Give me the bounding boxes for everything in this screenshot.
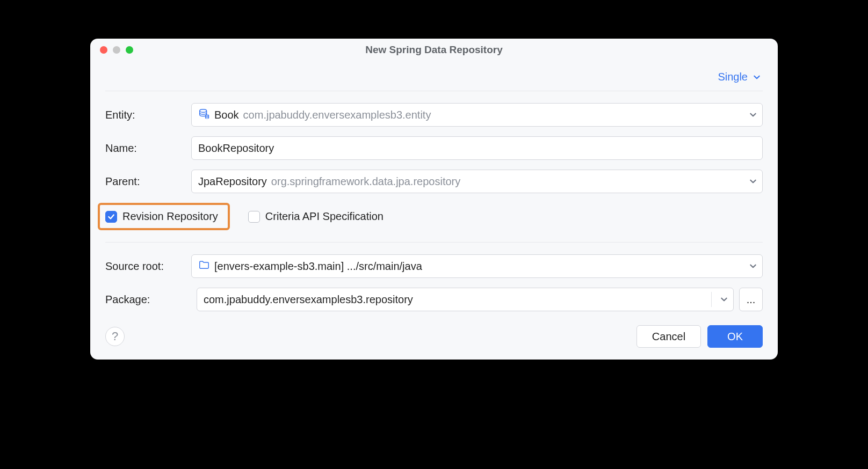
- parent-row: Parent: JpaRepository org.springframewor…: [105, 170, 763, 193]
- ok-label: OK: [727, 331, 743, 343]
- entity-name-text: Book: [214, 109, 239, 121]
- checkbox-row: Revision Repository Criteria API Specifi…: [105, 203, 763, 243]
- name-row: Name:: [105, 136, 763, 160]
- svg-rect-4: [206, 118, 208, 118]
- revision-repository-label: Revision Repository: [122, 210, 218, 223]
- source-root-field[interactable]: [envers-example-sb3.main] .../src/main/j…: [191, 254, 763, 278]
- folder-icon: [198, 259, 210, 274]
- name-field[interactable]: [191, 136, 763, 160]
- entity-field[interactable]: Book com.jpabuddy.enversexamplesb3.entit…: [191, 103, 763, 127]
- entity-package-text: com.jpabuddy.enversexamplesb3.entity: [243, 109, 431, 121]
- chevron-down-icon: [751, 71, 763, 83]
- separator: [711, 292, 712, 307]
- minimize-window-icon[interactable]: [113, 46, 120, 54]
- entity-label: Entity:: [105, 109, 191, 121]
- chevron-down-icon: [747, 260, 759, 272]
- entity-icon: [198, 108, 210, 122]
- ok-button[interactable]: OK: [707, 325, 763, 348]
- svg-rect-2: [206, 115, 208, 116]
- package-field[interactable]: [197, 288, 734, 311]
- titlebar: New Spring Data Repository: [90, 39, 778, 59]
- checkbox-checked-icon: [105, 211, 117, 223]
- dialog-footer: ? Cancel OK: [105, 325, 763, 348]
- chevron-down-icon: [747, 175, 759, 187]
- cancel-label: Cancel: [652, 331, 685, 343]
- dialog-title: New Spring Data Repository: [90, 44, 778, 56]
- source-root-row: Source root: [envers-example-sb3.main] .…: [105, 254, 763, 278]
- package-row: Package: ...: [105, 288, 763, 311]
- mode-row: Single: [105, 59, 763, 91]
- parent-package-text: org.springframework.data.jpa.repository: [271, 175, 460, 188]
- cancel-button[interactable]: Cancel: [636, 325, 701, 348]
- name-label: Name:: [105, 142, 191, 155]
- checkbox-unchecked-icon: [248, 211, 260, 223]
- package-input[interactable]: [204, 294, 703, 306]
- window-controls: [100, 46, 133, 54]
- help-button[interactable]: ?: [105, 327, 125, 346]
- svg-point-0: [200, 109, 207, 112]
- revision-repository-checkbox[interactable]: Revision Repository: [105, 210, 218, 223]
- package-label: Package:: [105, 294, 191, 306]
- criteria-api-label: Criteria API Specification: [265, 210, 384, 223]
- ellipsis-icon: ...: [747, 294, 756, 306]
- maximize-window-icon[interactable]: [126, 46, 133, 54]
- close-window-icon[interactable]: [100, 46, 107, 54]
- mode-dropdown[interactable]: Single: [718, 71, 763, 83]
- browse-package-button[interactable]: ...: [739, 288, 763, 311]
- help-icon: ?: [112, 329, 118, 343]
- name-input[interactable]: [198, 142, 756, 155]
- parent-label: Parent:: [105, 175, 191, 188]
- chevron-down-icon[interactable]: [718, 294, 730, 305]
- parent-name-text: JpaRepository: [198, 175, 267, 188]
- new-repository-dialog: New Spring Data Repository Single Entity…: [90, 39, 778, 360]
- source-root-text: [envers-example-sb3.main] .../src/main/j…: [214, 260, 422, 273]
- entity-row: Entity: Book com.jpabuddy.enversexamples…: [105, 103, 763, 127]
- mode-label: Single: [718, 71, 748, 83]
- parent-field[interactable]: JpaRepository org.springframework.data.j…: [191, 170, 763, 193]
- criteria-api-checkbox[interactable]: Criteria API Specification: [248, 210, 384, 223]
- svg-rect-3: [206, 116, 208, 117]
- dialog-body: Single Entity:: [90, 59, 778, 360]
- source-root-label: Source root:: [105, 260, 191, 273]
- chevron-down-icon: [747, 109, 759, 121]
- revision-highlight: Revision Repository: [98, 203, 230, 230]
